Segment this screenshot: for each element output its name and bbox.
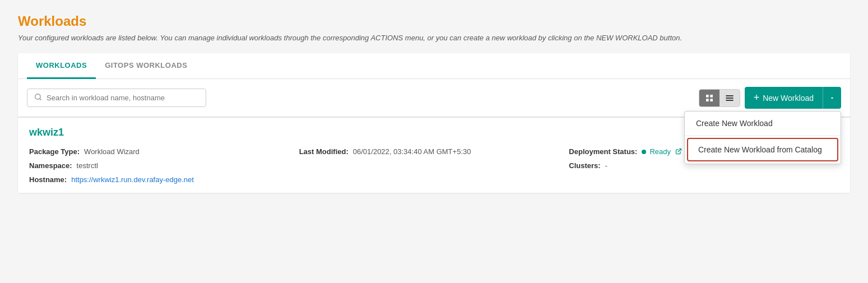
package-type-label: Package Type:	[29, 147, 80, 156]
new-workload-btn-container: + New Workload Create New Workload Creat…	[745, 87, 841, 109]
svg-line-9	[678, 149, 681, 152]
namespace-row: Namespace: testrctl	[29, 161, 299, 170]
tab-gitops-workloads[interactable]: GITOPS WORKLOADS	[96, 53, 196, 79]
deployment-status-label: Deployment Status:	[569, 147, 637, 156]
last-modified-label: Last Modified:	[299, 147, 349, 156]
last-modified-value: 06/01/2022, 03:34:40 AM GMT+5:30	[353, 147, 471, 156]
package-type-row: Package Type: Workload Wizard	[29, 147, 299, 156]
new-workload-main: + New Workload	[745, 87, 823, 109]
status-dot	[642, 150, 646, 154]
new-workload-button[interactable]: + New Workload	[745, 87, 841, 109]
page-container: Workloads Your configured workloads are …	[0, 0, 868, 283]
toolbar: + New Workload Create New Workload Creat…	[18, 79, 850, 117]
svg-rect-4	[706, 99, 709, 101]
hostname-link[interactable]: https://wrkwiz1.run.dev.rafay-edge.net	[71, 175, 194, 184]
hostname-value: https://wrkwiz1.run.dev.rafay-edge.net	[71, 175, 194, 184]
new-workload-dropdown-menu: Create New Workload Create New Workload …	[684, 111, 841, 164]
svg-rect-5	[710, 99, 713, 101]
tabs-header: WORKLOADS GITOPS WORKLOADS	[18, 53, 850, 79]
page-title: Workloads	[18, 13, 850, 29]
external-link-icon[interactable]	[675, 148, 682, 156]
deployment-status-value: Ready	[642, 147, 682, 156]
create-new-workload-item[interactable]: Create New Workload	[685, 112, 841, 136]
grid-view-button[interactable]	[699, 90, 720, 106]
view-toggle	[699, 89, 740, 107]
hostname-row: Hostname: https://wrkwiz1.run.dev.rafay-…	[29, 175, 299, 184]
clusters-value: -	[605, 161, 607, 170]
toolbar-right: + New Workload Create New Workload Creat…	[699, 87, 841, 109]
search-box	[27, 89, 206, 107]
search-icon	[34, 93, 42, 103]
package-type-value: Workload Wizard	[84, 147, 140, 156]
new-workload-label: New Workload	[763, 94, 814, 103]
plus-icon: +	[754, 92, 760, 104]
last-modified-row: Last Modified: 06/01/2022, 03:34:40 AM G…	[299, 147, 569, 156]
workload-details-col1: Package Type: Workload Wizard Namespace:…	[29, 147, 299, 184]
tabs-container: WORKLOADS GITOPS WORKLOADS	[18, 53, 850, 193]
list-view-button[interactable]	[720, 90, 740, 106]
hostname-label: Hostname:	[29, 175, 67, 184]
svg-rect-2	[706, 95, 709, 98]
svg-line-1	[40, 99, 41, 100]
namespace-label: Namespace:	[29, 161, 72, 170]
create-from-catalog-item[interactable]: Create New Workload from Catalog	[687, 138, 838, 161]
svg-rect-3	[710, 95, 713, 98]
search-input[interactable]	[47, 94, 199, 102]
workload-details-col2: Last Modified: 06/01/2022, 03:34:40 AM G…	[299, 147, 569, 184]
namespace-value: testrctl	[77, 161, 98, 170]
tab-workloads[interactable]: WORKLOADS	[27, 53, 96, 79]
page-description: Your configured workloads are listed bel…	[18, 34, 850, 42]
clusters-label: Clusters:	[569, 161, 600, 170]
status-text: Ready	[649, 147, 671, 156]
new-workload-dropdown-toggle[interactable]	[823, 90, 841, 106]
